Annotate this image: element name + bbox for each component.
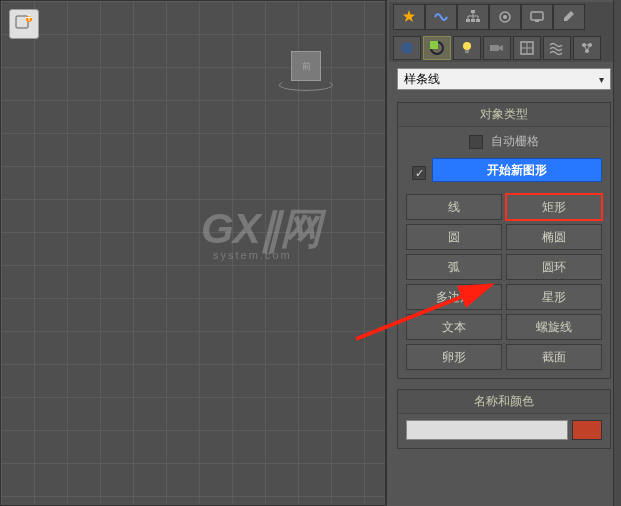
shape-button-grid: 线矩形圆椭圆弧圆环多边形星形文本螺旋线卵形截面 — [398, 190, 610, 378]
rollout-title-name-color: 名称和颜色 — [398, 390, 610, 414]
svg-rect-11 — [535, 20, 539, 22]
svg-rect-14 — [430, 41, 438, 49]
dropdown-value: 样条线 — [404, 71, 440, 88]
svg-rect-7 — [476, 19, 480, 22]
tab-display[interactable] — [521, 4, 553, 30]
view-cube-ring — [279, 79, 333, 91]
sub-shapes[interactable] — [423, 36, 451, 60]
command-panel: 样条线 ▾ 对象类型 自动栅格 开始新图形 线矩形圆椭圆弧圆环多边形星形文本螺旋… — [386, 0, 621, 506]
watermark-main: GX‖网 — [201, 201, 321, 257]
shape-button-5[interactable]: 圆环 — [506, 254, 602, 280]
shape-category-dropdown[interactable]: 样条线 ▾ — [397, 68, 611, 90]
svg-point-12 — [401, 42, 413, 54]
shape-button-11[interactable]: 截面 — [506, 344, 602, 370]
tab-hierarchy[interactable] — [457, 4, 489, 30]
sub-geometry[interactable] — [393, 36, 421, 60]
watermark: GX‖网 system.com — [201, 201, 321, 261]
tab-utilities[interactable] — [553, 4, 585, 30]
view-cube-face[interactable]: 前 — [291, 51, 321, 81]
object-color-swatch[interactable] — [572, 420, 602, 440]
sub-cameras[interactable] — [483, 36, 511, 60]
rollout-title-object-type: 对象类型 — [398, 103, 610, 127]
shape-button-2[interactable]: 圆 — [406, 224, 502, 250]
autogrid-row: 自动栅格 — [398, 127, 610, 156]
panel-scrollbar[interactable] — [613, 0, 621, 506]
shape-button-8[interactable]: 文本 — [406, 314, 502, 340]
svg-point-9 — [503, 15, 507, 19]
shape-button-1[interactable]: 矩形 — [506, 194, 602, 220]
svg-rect-16 — [465, 50, 469, 53]
svg-rect-10 — [531, 12, 543, 20]
shape-button-10[interactable]: 卵形 — [406, 344, 502, 370]
tab-modify[interactable] — [425, 4, 457, 30]
sub-lights[interactable] — [453, 36, 481, 60]
shape-button-9[interactable]: 螺旋线 — [506, 314, 602, 340]
name-color-rollout: 名称和颜色 — [397, 389, 611, 449]
shape-button-3[interactable]: 椭圆 — [506, 224, 602, 250]
viewport[interactable]: + 前 GX‖网 system.com — [0, 0, 386, 506]
shape-button-4[interactable]: 弧 — [406, 254, 502, 280]
create-subcategory-row — [389, 32, 619, 62]
view-cube[interactable]: 前 — [291, 51, 331, 91]
watermark-sub: system.com — [213, 249, 321, 261]
svg-rect-6 — [471, 19, 475, 22]
sub-systems[interactable] — [573, 36, 601, 60]
viewport-menu-icon[interactable]: + — [9, 9, 39, 39]
main-tab-row — [389, 2, 619, 32]
autogrid-label: 自动栅格 — [491, 133, 539, 150]
svg-rect-17 — [490, 45, 499, 51]
object-type-rollout: 对象类型 自动栅格 开始新图形 线矩形圆椭圆弧圆环多边形星形文本螺旋线卵形截面 — [397, 102, 611, 379]
start-new-shape-button[interactable]: 开始新图形 — [432, 158, 602, 182]
tab-create[interactable] — [393, 4, 425, 30]
svg-rect-4 — [471, 10, 475, 13]
start-new-checkbox[interactable] — [412, 166, 426, 180]
sub-helpers[interactable] — [513, 36, 541, 60]
shape-button-6[interactable]: 多边形 — [406, 284, 502, 310]
autogrid-checkbox[interactable] — [469, 135, 483, 149]
svg-point-15 — [463, 42, 471, 50]
svg-text:+: + — [25, 14, 32, 25]
tab-motion[interactable] — [489, 4, 521, 30]
svg-rect-5 — [466, 19, 470, 22]
shape-button-0[interactable]: 线 — [406, 194, 502, 220]
chevron-down-icon: ▾ — [599, 74, 604, 85]
shape-button-7[interactable]: 星形 — [506, 284, 602, 310]
object-name-input[interactable] — [406, 420, 568, 440]
sub-spacewarps[interactable] — [543, 36, 571, 60]
